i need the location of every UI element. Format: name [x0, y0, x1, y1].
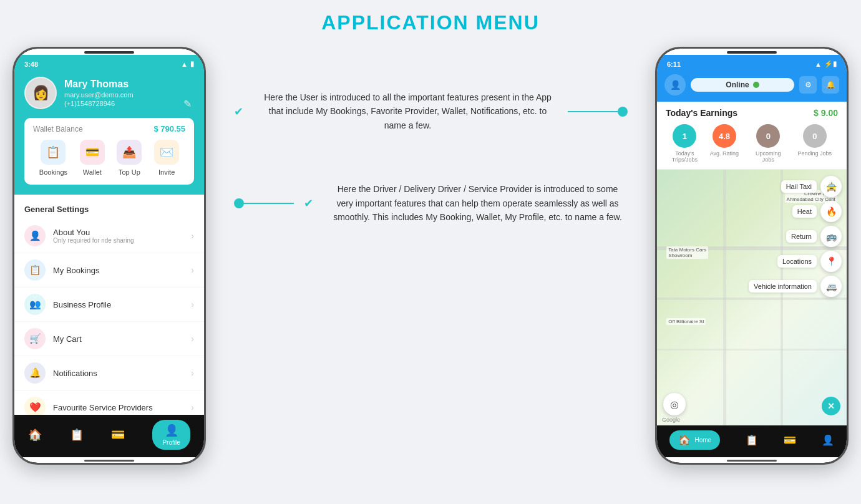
- menu-item-notifications[interactable]: 🔔 Notifications ›: [14, 356, 204, 390]
- home-icon: 🏠: [28, 428, 42, 442]
- menu-item-business-profile[interactable]: 👥 Business Profile ›: [14, 288, 204, 322]
- locations-icon: 📍: [820, 251, 842, 272]
- left-status-bar: 3:48 ▲ ▮: [14, 55, 204, 70]
- user-email: mary.user@demo.com: [64, 91, 134, 99]
- hail-taxi-icon: 🚖: [820, 176, 842, 197]
- avatar: 👩: [24, 77, 57, 109]
- wallet-label: Wallet Balance: [33, 125, 83, 133]
- map-background: Crowne PlazaAhmedabad City Cent Tata Mot…: [657, 170, 847, 425]
- nav-profile[interactable]: 👤 Profile: [152, 420, 190, 450]
- chevron-right-icon: ›: [191, 334, 194, 344]
- return-label: Return: [786, 230, 817, 243]
- stat-upcoming: 0 Upcoming Jobs: [751, 124, 786, 163]
- profile-right-icon: 👤: [822, 434, 834, 446]
- user-profile: 👩 Mary Thomas mary.user@demo.com (+1)154…: [24, 70, 194, 118]
- left-time: 3:48: [24, 61, 38, 68]
- nav-wallet[interactable]: 💳: [111, 428, 125, 442]
- google-watermark: Google: [662, 417, 680, 423]
- profile-label: Profile: [162, 439, 180, 446]
- right-status-bar: 6:11 ▲ ⚡▮: [657, 55, 847, 70]
- bookings-button[interactable]: 📋 Bookings: [39, 140, 67, 176]
- right-nav-wallet[interactable]: 💳: [784, 434, 796, 446]
- locate-me-button[interactable]: ◎: [663, 393, 686, 415]
- notifications-icon: 🔔: [24, 362, 46, 384]
- upcoming-label: Upcoming Jobs: [751, 150, 786, 163]
- wallet-card: Wallet Balance $ 790.55 📋 Bookings 💳 Wal…: [24, 118, 194, 185]
- left-bottom-nav: 🏠 📋 💳 👤 Profile: [14, 415, 204, 457]
- notification-icon-btn[interactable]: 🔔: [822, 76, 839, 94]
- earnings-title: Today's Earnings: [666, 108, 737, 118]
- stat-pending: 0 Pending Jobs: [798, 124, 832, 163]
- right-battery-icon: ⚡▮: [824, 60, 837, 68]
- float-vehicle-info[interactable]: Vehicle information 🚐: [749, 276, 842, 297]
- bottom-home-bar: [14, 457, 204, 463]
- business-profile-icon: 👥: [24, 294, 46, 315]
- nav-home[interactable]: 🏠: [28, 428, 42, 442]
- invite-button[interactable]: ✉️ Invite: [154, 140, 179, 176]
- map-float-buttons: Hail Taxi 🚖 Heat 🔥 Return 🚌 Locatio: [749, 176, 842, 297]
- locations-label: Locations: [777, 255, 817, 268]
- wallet-right-icon: 💳: [784, 434, 796, 446]
- my-cart-text: My Cart: [53, 334, 183, 344]
- home-nav-icon: 🏠: [678, 434, 691, 446]
- connector-1: [568, 107, 628, 117]
- check-icon-1: ✔: [234, 105, 243, 119]
- menu-item-favourite-providers[interactable]: ❤️ Favourite Service Providers ›: [14, 390, 204, 415]
- bookings-label: Bookings: [39, 168, 67, 176]
- nav-bookings[interactable]: 📋: [70, 428, 84, 442]
- menu-item-my-cart[interactable]: 🛒 My Cart ›: [14, 322, 204, 356]
- topup-icon: 📤: [117, 140, 142, 165]
- explanation-text-2: Here the Driver / Delivery Driver / Serv…: [328, 182, 628, 224]
- right-nav-home[interactable]: 🏠 Home: [669, 430, 720, 450]
- rating-label: Avg. Rating: [710, 150, 739, 157]
- chevron-right-icon: ›: [191, 265, 194, 275]
- bookings-right-icon: 📋: [746, 434, 758, 446]
- left-notch: [14, 49, 204, 55]
- trips-label: Today'sTrips/Jobs: [672, 150, 698, 163]
- business-profile-text: Business Profile: [53, 300, 183, 309]
- float-hail-taxi[interactable]: Hail Taxi 🚖: [749, 176, 842, 197]
- bookings-nav-icon: 📋: [70, 428, 84, 442]
- rating-circle: 4.8: [713, 124, 736, 148]
- user-phone: (+1)1548728946: [64, 100, 134, 107]
- stat-rating: 4.8 Avg. Rating: [710, 124, 739, 163]
- right-notch: [657, 49, 847, 55]
- edit-icon[interactable]: ✎: [183, 98, 192, 110]
- menu-item-my-bookings[interactable]: 📋 My Bookings ›: [14, 253, 204, 288]
- trips-circle: 1: [673, 124, 696, 148]
- float-return[interactable]: Return 🚌: [749, 226, 842, 247]
- favourite-icon: ❤️: [24, 397, 46, 415]
- topup-label: Top Up: [119, 168, 140, 176]
- about-you-text: About You Only required for ride sharing: [53, 228, 183, 244]
- favourite-text: Favourite Service Providers: [53, 403, 183, 412]
- wallet-balance: $ 790.55: [153, 124, 185, 133]
- settings-icon-btn[interactable]: ⚙: [799, 76, 817, 94]
- pending-label: Pending Jobs: [798, 150, 832, 157]
- close-map-button[interactable]: ✕: [822, 397, 840, 415]
- explanation-row-2: ✔ Here the Driver / Delivery Driver / Se…: [234, 182, 628, 224]
- left-wifi-icon: ▲: [181, 61, 188, 68]
- online-badge[interactable]: Online: [691, 78, 794, 92]
- float-locations[interactable]: Locations 📍: [749, 251, 842, 272]
- locate-icon: ◎: [670, 399, 679, 410]
- left-battery-icon: ▮: [190, 60, 194, 68]
- my-cart-icon: 🛒: [24, 328, 46, 349]
- right-nav-bookings[interactable]: 📋: [746, 434, 758, 446]
- chevron-right-icon: ›: [191, 402, 194, 412]
- topup-button[interactable]: 📤 Top Up: [117, 140, 142, 176]
- right-wifi-icon: ▲: [815, 61, 822, 68]
- user-info: Mary Thomas mary.user@demo.com (+1)15487…: [64, 79, 134, 107]
- online-label: Online: [726, 80, 749, 89]
- action-buttons: 📋 Bookings 💳 Wallet 📤 Top Up ✉️: [33, 140, 185, 176]
- right-nav-profile[interactable]: 👤: [822, 434, 834, 446]
- wallet-icon: 💳: [80, 140, 105, 165]
- wallet-button[interactable]: 💳 Wallet: [80, 140, 105, 176]
- float-heat[interactable]: Heat 🔥: [749, 201, 842, 222]
- user-name: Mary Thomas: [64, 79, 134, 90]
- map-label-tata: Tata Motors CarsShowroom: [666, 246, 708, 259]
- pending-circle: 0: [803, 124, 827, 148]
- general-settings-title: General Settings: [14, 201, 204, 219]
- bookings-icon: 📋: [41, 140, 66, 165]
- teal-header: ✎ 👩 Mary Thomas mary.user@demo.com (+1)1…: [14, 70, 204, 195]
- menu-item-about-you[interactable]: 👤 About You Only required for ride shari…: [14, 219, 204, 253]
